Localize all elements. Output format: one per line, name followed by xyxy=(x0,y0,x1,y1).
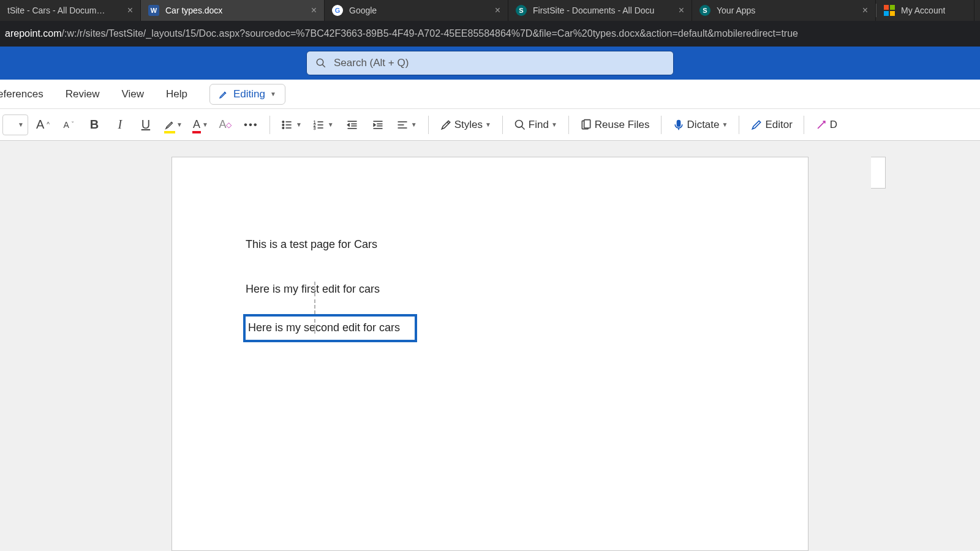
editing-mode-button[interactable]: Editing ▼ xyxy=(209,84,285,105)
url-text: arepoint.com/:w:/r/sites/TestSite/_layou… xyxy=(5,28,798,39)
microsoft-icon xyxy=(884,5,895,16)
chevron-down-icon: ▼ xyxy=(18,121,24,128)
tab-google[interactable]: G Google × xyxy=(325,0,508,21)
decrease-indent-button[interactable] xyxy=(341,114,363,136)
bold-button[interactable]: B xyxy=(83,114,105,136)
svg-line-26 xyxy=(521,126,524,129)
separator xyxy=(502,116,503,134)
designer-button[interactable]: D xyxy=(812,114,841,136)
underline-button[interactable]: U xyxy=(135,114,157,136)
reuse-label: Reuse Files xyxy=(595,119,650,131)
more-formatting-button[interactable]: ••• xyxy=(240,114,262,136)
italic-button[interactable]: I xyxy=(109,114,131,136)
svg-point-0 xyxy=(317,59,323,66)
tab-title: Your Apps xyxy=(717,6,755,15)
close-icon[interactable]: × xyxy=(850,5,868,16)
separator xyxy=(428,116,429,134)
tab-view[interactable]: View xyxy=(121,88,144,100)
chevron-down-icon: ▼ xyxy=(202,121,208,128)
find-label: Find xyxy=(529,119,549,131)
find-button[interactable]: Find▼ xyxy=(510,114,561,136)
decrease-font-button[interactable]: Aˇ xyxy=(58,114,80,136)
tab-help[interactable]: Help xyxy=(166,88,187,100)
chevron-down-icon: ▼ xyxy=(551,121,557,128)
align-button[interactable]: ▼ xyxy=(393,114,421,136)
tab-title: Google xyxy=(349,6,377,15)
clear-formatting-button[interactable]: A◇ xyxy=(214,114,236,136)
word-header: Search (Alt + Q) xyxy=(0,47,980,80)
increase-font-button[interactable]: A^ xyxy=(32,114,54,136)
increase-indent-button[interactable] xyxy=(367,114,389,136)
word-icon: W xyxy=(148,5,159,16)
reuse-icon xyxy=(580,119,592,131)
paragraph[interactable]: This is a test page for Cars xyxy=(246,237,734,252)
tab-sharepoint-cars[interactable]: tSite - Cars - All Documents × xyxy=(0,0,141,21)
indent-icon xyxy=(372,119,384,131)
svg-point-6 xyxy=(282,127,284,129)
search-icon xyxy=(514,119,526,131)
tab-firstsite-docs[interactable]: S FirstSite - Documents - All Docu × xyxy=(508,0,692,21)
revision-mark xyxy=(314,282,316,296)
tab-title: My Account xyxy=(901,6,945,15)
svg-rect-28 xyxy=(584,119,590,127)
bullets-button[interactable]: ▼ xyxy=(277,114,306,136)
pencil-icon xyxy=(219,89,228,99)
numbering-button[interactable]: 123▼ xyxy=(309,114,337,136)
font-size-dropdown[interactable]: ▼ xyxy=(2,114,28,135)
chevron-down-icon: ▼ xyxy=(328,121,334,128)
tab-review[interactable]: Review xyxy=(66,88,100,100)
mic-icon xyxy=(673,119,685,131)
tab-car-types-docx[interactable]: W Car types.docx × xyxy=(141,0,325,21)
close-icon[interactable]: × xyxy=(299,5,317,16)
separator xyxy=(804,116,804,134)
google-icon: G xyxy=(332,5,343,16)
dictate-label: Dictate xyxy=(687,119,720,131)
tab-title: tSite - Cars - All Documents xyxy=(7,6,109,15)
document-page[interactable]: This is a test page for Cars Here is my … xyxy=(172,157,809,551)
reuse-files-button[interactable]: Reuse Files xyxy=(576,114,654,136)
dictate-button[interactable]: Dictate▼ xyxy=(669,114,732,136)
highlight-button[interactable]: ▼ xyxy=(160,114,185,136)
close-icon[interactable]: × xyxy=(483,5,500,16)
browser-tab-bar: tSite - Cars - All Documents × W Car typ… xyxy=(0,0,980,21)
styles-button[interactable]: Styles▼ xyxy=(436,114,495,136)
tab-your-apps[interactable]: S Your Apps × xyxy=(692,0,876,21)
styles-label: Styles xyxy=(454,119,483,131)
numbering-icon: 123 xyxy=(313,119,325,131)
search-input[interactable]: Search (Alt + Q) xyxy=(306,51,674,75)
revision-mark xyxy=(314,319,316,334)
editor-button[interactable]: Editor xyxy=(747,114,796,136)
search-placeholder: Search (Alt + Q) xyxy=(334,57,409,69)
paragraph[interactable]: Here is my first edit for cars xyxy=(246,282,734,297)
close-icon[interactable]: × xyxy=(115,5,133,16)
chevron-down-icon: ▼ xyxy=(485,121,491,128)
designer-label: D xyxy=(830,119,837,131)
revision-mark xyxy=(314,299,316,314)
editing-mode-label: Editing xyxy=(233,88,265,100)
page-extension xyxy=(871,157,886,189)
editor-icon xyxy=(750,119,763,131)
paragraph[interactable]: Here is my second edit for cars xyxy=(248,320,400,335)
chevron-down-icon: ▼ xyxy=(270,91,276,97)
sharepoint-icon: S xyxy=(516,5,527,16)
svg-text:3: 3 xyxy=(314,126,316,130)
tab-references[interactable]: eferences xyxy=(0,88,43,100)
svg-point-25 xyxy=(515,120,522,127)
styles-icon xyxy=(440,119,452,131)
align-icon xyxy=(396,119,409,131)
tab-title: FirstSite - Documents - All Docu xyxy=(533,6,654,15)
svg-point-2 xyxy=(282,121,284,122)
font-color-button[interactable]: A▼ xyxy=(189,114,211,136)
tab-my-account[interactable]: My Account xyxy=(876,0,974,21)
close-icon[interactable]: × xyxy=(666,5,684,16)
chevron-down-icon: ▼ xyxy=(722,121,728,128)
document-canvas: This is a test page for Cars Here is my … xyxy=(0,141,980,551)
svg-line-1 xyxy=(322,64,325,67)
highlighter-icon xyxy=(164,119,175,130)
separator xyxy=(270,116,270,134)
separator xyxy=(661,116,662,134)
editor-label: Editor xyxy=(765,119,792,131)
selection-highlight: Here is my second edit for cars xyxy=(243,314,417,342)
address-bar[interactable]: arepoint.com/:w:/r/sites/TestSite/_layou… xyxy=(0,21,980,47)
ribbon-toolbar: ▼ A^ Aˇ B I U ▼ A▼ A◇ ••• ▼ 123▼ ▼ Style… xyxy=(0,109,980,141)
